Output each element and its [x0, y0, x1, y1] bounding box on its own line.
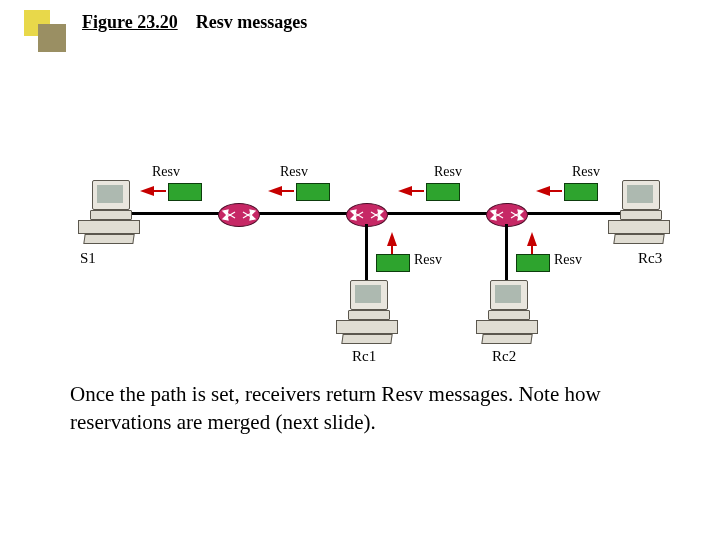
resv-packet-6: [516, 254, 550, 272]
figure-number: Figure 23.20: [82, 12, 178, 32]
resv-label-1: Resv: [152, 164, 180, 180]
resv-label-6: Resv: [554, 252, 582, 268]
resv-packet-2: [296, 183, 330, 201]
resv-packet-1: [168, 183, 202, 201]
resv-label-3: Resv: [434, 164, 462, 180]
arrow-left-icon: [536, 186, 550, 196]
router-1: [218, 203, 260, 227]
figure-caption: Resv messages: [196, 12, 307, 32]
host-s1: [78, 180, 138, 244]
arrow-up-icon: [387, 232, 397, 246]
svg-marker-15: [378, 210, 383, 215]
resv-packet-5: [376, 254, 410, 272]
label-rc1: Rc1: [352, 348, 376, 365]
figure-title: Figure 23.20 Resv messages: [82, 12, 307, 33]
svg-marker-23: [518, 210, 523, 215]
label-rc2: Rc2: [492, 348, 516, 365]
slide-caption: Once the path is set, receivers return R…: [70, 380, 650, 437]
arrow-left-icon: [140, 186, 154, 196]
host-rc1: [336, 280, 396, 344]
svg-marker-13: [351, 215, 356, 220]
svg-marker-5: [223, 215, 228, 220]
arrow-stem: [154, 190, 166, 192]
label-s1: S1: [80, 250, 96, 267]
arrow-stem: [282, 190, 294, 192]
arrow-left-icon: [268, 186, 282, 196]
network-diagram: S1 Rc3 Rc1 Rc2 Res: [78, 150, 668, 350]
arrow-left-icon: [398, 186, 412, 196]
resv-label-4: Resv: [572, 164, 600, 180]
resv-label-5: Resv: [414, 252, 442, 268]
resv-label-2: Resv: [280, 164, 308, 180]
host-rc3: [608, 180, 668, 244]
resv-packet-3: [426, 183, 460, 201]
resv-packet-4: [564, 183, 598, 201]
slide-bullet: [24, 10, 66, 52]
label-rc3: Rc3: [638, 250, 662, 267]
svg-marker-7: [250, 210, 255, 215]
arrow-stem: [412, 190, 424, 192]
svg-marker-21: [491, 215, 496, 220]
arrow-stem: [550, 190, 562, 192]
arrow-up-icon: [527, 232, 537, 246]
host-rc2: [476, 280, 536, 344]
